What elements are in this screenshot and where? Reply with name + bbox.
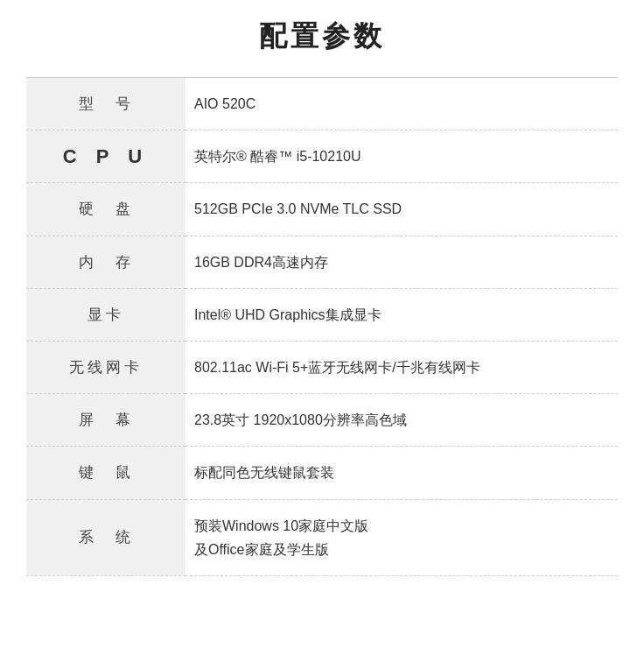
spec-value: 英特尔® 酷睿™ i5-10210U [186,130,618,183]
table-row: 显卡Intel® UHD Graphics集成显卡 [26,288,618,341]
table-row: 硬 盘512GB PCIe 3.0 NVMe TLC SSD [26,183,618,236]
page-title: 配置参数 [26,18,618,56]
table-row: 型 号AIO 520C [26,78,618,130]
spec-label: 键 鼠 [26,447,186,499]
spec-table: 型 号AIO 520CC P U英特尔® 酷睿™ i5-10210U硬 盘512… [26,77,618,576]
table-row: C P U英特尔® 酷睿™ i5-10210U [26,130,618,183]
spec-value: AIO 520C [186,78,618,130]
spec-value: 标配同色无线键鼠套装 [186,447,618,499]
spec-value: 802.11ac Wi-Fi 5+蓝牙无线网卡/千兆有线网卡 [186,341,618,393]
spec-value: 23.8英寸 1920x1080分辨率高色域 [186,394,618,447]
spec-label: 硬 盘 [26,183,186,236]
spec-value: Intel® UHD Graphics集成显卡 [186,288,618,341]
page-container: 配置参数 型 号AIO 520CC P U英特尔® 酷睿™ i5-10210U硬… [0,0,644,602]
spec-label: C P U [26,130,186,183]
table-row: 键 鼠标配同色无线键鼠套装 [26,447,618,499]
spec-label: 型 号 [26,78,186,130]
table-row: 屏 幕23.8英寸 1920x1080分辨率高色域 [26,394,618,447]
spec-value: 16GB DDR4高速内存 [186,236,618,288]
spec-label: 无线网卡 [26,341,186,393]
table-row: 内 存16GB DDR4高速内存 [26,236,618,288]
spec-label: 系 统 [26,499,186,575]
spec-label: 显卡 [26,288,186,341]
spec-value: 预装Windows 10家庭中文版及Office家庭及学生版 [186,499,618,575]
table-row: 系 统预装Windows 10家庭中文版及Office家庭及学生版 [26,499,618,575]
spec-label: 屏 幕 [26,394,186,447]
spec-value: 512GB PCIe 3.0 NVMe TLC SSD [186,183,618,236]
spec-label: 内 存 [26,236,186,288]
table-row: 无线网卡802.11ac Wi-Fi 5+蓝牙无线网卡/千兆有线网卡 [26,341,618,393]
